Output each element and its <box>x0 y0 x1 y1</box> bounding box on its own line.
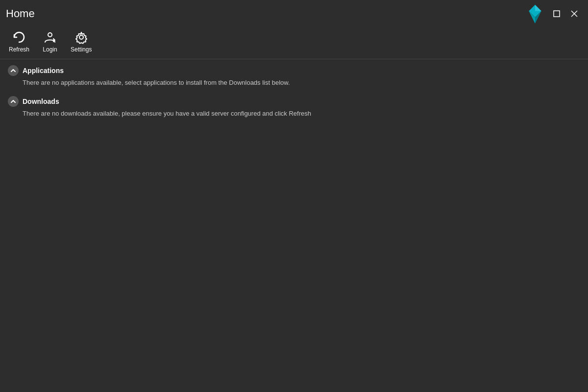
downloads-section-header: Downloads <box>8 96 580 107</box>
applications-section: Applications There are no applications a… <box>8 65 580 86</box>
title-bar-right <box>525 4 582 24</box>
downloads-title: Downloads <box>23 98 59 105</box>
applications-chevron-icon <box>10 67 17 74</box>
maximize-button[interactable] <box>549 6 564 22</box>
downloads-collapse-button[interactable] <box>8 96 19 107</box>
svg-point-7 <box>48 33 52 37</box>
content-area: Applications There are no applications a… <box>0 59 588 133</box>
applications-message: There are no applications available, sel… <box>23 79 290 86</box>
settings-icon <box>74 29 89 45</box>
svg-point-9 <box>79 35 83 39</box>
downloads-body: There are no downloads available, please… <box>8 110 580 117</box>
window-controls <box>549 6 582 22</box>
page-title: Home <box>6 7 35 20</box>
downloads-chevron-icon <box>10 98 17 105</box>
close-button[interactable] <box>566 6 582 22</box>
toolbar: Refresh Login Settings <box>0 25 588 59</box>
svg-marker-3 <box>535 5 541 11</box>
settings-button[interactable]: Settings <box>66 27 97 55</box>
svg-rect-4 <box>554 11 560 17</box>
applications-body: There are no applications available, sel… <box>8 79 580 86</box>
applications-section-header: Applications <box>8 65 580 76</box>
refresh-icon <box>11 29 27 45</box>
refresh-label: Refresh <box>9 46 29 53</box>
settings-label: Settings <box>71 46 92 53</box>
downloads-section: Downloads There are no downloads availab… <box>8 96 580 117</box>
app-logo <box>525 4 545 24</box>
refresh-button[interactable]: Refresh <box>4 27 34 55</box>
login-button[interactable]: Login <box>36 27 64 55</box>
login-icon <box>42 29 58 45</box>
applications-collapse-button[interactable] <box>8 65 19 76</box>
login-label: Login <box>43 46 57 53</box>
title-bar: Home <box>0 0 588 25</box>
downloads-message: There are no downloads available, please… <box>23 110 311 117</box>
applications-title: Applications <box>23 67 64 74</box>
